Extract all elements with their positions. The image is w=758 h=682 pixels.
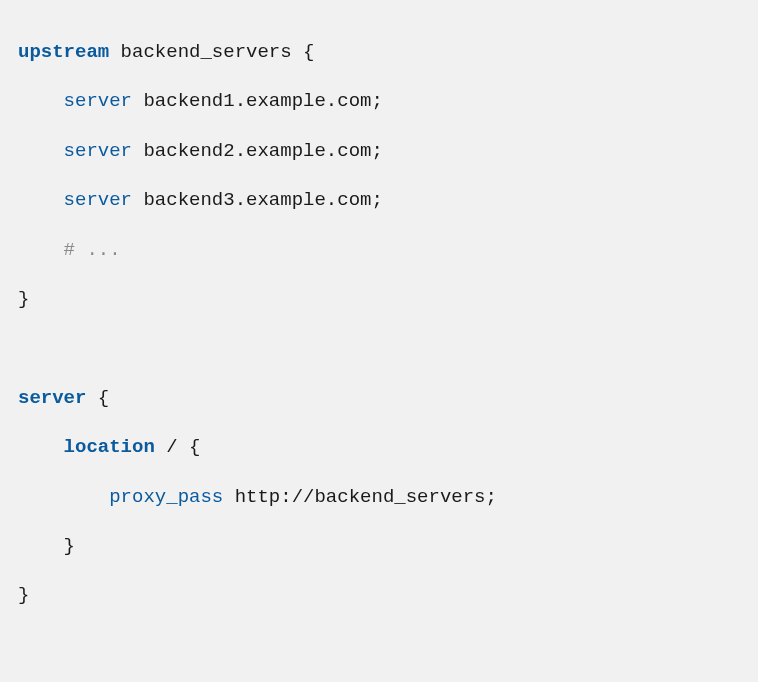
code-text: } bbox=[64, 535, 75, 557]
code-line-2: server backend1.example.com; bbox=[18, 90, 383, 112]
code-text: http://backend_servers; bbox=[223, 486, 497, 508]
code-line-8: server { bbox=[18, 387, 109, 409]
indent bbox=[18, 535, 64, 557]
code-text: backend3.example.com; bbox=[132, 189, 383, 211]
code-text: backend1.example.com; bbox=[132, 90, 383, 112]
code-line-11: } bbox=[18, 535, 75, 557]
code-comment: # ... bbox=[64, 239, 121, 261]
keyword-proxy-pass: proxy_pass bbox=[109, 486, 223, 508]
code-line-6: } bbox=[18, 288, 29, 310]
code-line-3: server backend2.example.com; bbox=[18, 140, 383, 162]
code-line-4: server backend3.example.com; bbox=[18, 189, 383, 211]
code-text: { bbox=[86, 387, 109, 409]
keyword-location: location bbox=[64, 436, 155, 458]
indent bbox=[18, 140, 64, 162]
keyword-server: server bbox=[64, 90, 132, 112]
indent bbox=[18, 436, 64, 458]
keyword-upstream: upstream bbox=[18, 41, 109, 63]
keyword-server: server bbox=[18, 387, 86, 409]
indent bbox=[18, 486, 109, 508]
keyword-server: server bbox=[64, 189, 132, 211]
code-line-12: } bbox=[18, 584, 29, 606]
indent bbox=[18, 90, 64, 112]
code-text: backend_servers { bbox=[109, 41, 314, 63]
keyword-server: server bbox=[64, 140, 132, 162]
code-text: backend2.example.com; bbox=[132, 140, 383, 162]
code-block: upstream backend_servers { server backen… bbox=[18, 28, 740, 621]
code-line-10: proxy_pass http://backend_servers; bbox=[18, 486, 497, 508]
code-text: / { bbox=[155, 436, 201, 458]
indent bbox=[18, 189, 64, 211]
code-line-5: # ... bbox=[18, 239, 121, 261]
code-line-1: upstream backend_servers { bbox=[18, 41, 314, 63]
indent bbox=[18, 239, 64, 261]
code-line-9: location / { bbox=[18, 436, 200, 458]
